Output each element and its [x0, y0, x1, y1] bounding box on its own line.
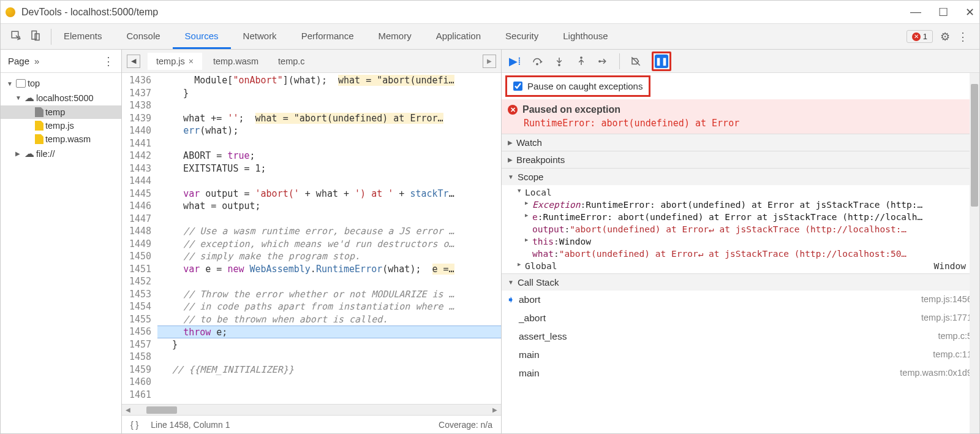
exception-banner: ✕ Paused on exception RuntimeError: abor…: [502, 99, 976, 134]
collapse-icon: ▶: [15, 150, 23, 157]
deactivate-breakpoints-icon[interactable]: [630, 55, 642, 67]
tree-top[interactable]: ▼ top: [1, 77, 121, 90]
more-menu-icon[interactable]: ⋮: [957, 30, 968, 44]
watch-header[interactable]: ▶Watch: [502, 134, 979, 151]
scope-var-this[interactable]: ▶this: Window: [508, 235, 979, 248]
tree-host[interactable]: ▼ ☁ localhost:5000: [1, 90, 121, 105]
settings-gear-icon[interactable]: ⚙: [940, 30, 950, 44]
callstack-frame[interactable]: maintemp.c:11: [502, 346, 979, 364]
tab-memory[interactable]: Memory: [366, 24, 424, 49]
navigator-tab-page[interactable]: Page: [8, 56, 29, 66]
error-count-badge[interactable]: ✕ 1: [907, 30, 933, 43]
close-tab-icon[interactable]: ×: [189, 56, 194, 66]
panel-tabs: Elements Console Sources Network Perform…: [51, 24, 620, 49]
coverage-status: Coverage: n/a: [439, 420, 492, 430]
run-snippet-icon[interactable]: ▶: [483, 55, 496, 68]
step-into-icon[interactable]: [553, 55, 565, 67]
debugger-toolbar: ▶⁞ ❚❚: [502, 50, 979, 73]
code-editor[interactable]: 1436143714381439144014411442144314441445…: [122, 73, 501, 404]
tab-performance[interactable]: Performance: [289, 24, 366, 49]
file-tab-tempjs[interactable]: temp.js ×: [148, 53, 202, 70]
horizontal-scrollbar[interactable]: ◀▶: [122, 404, 501, 415]
tab-elements[interactable]: Elements: [51, 24, 115, 49]
svg-rect-1: [32, 31, 37, 39]
scope-global[interactable]: ▶GlobalWindow: [508, 260, 979, 272]
pause-caught-input[interactable]: [513, 82, 522, 91]
resume-icon[interactable]: ▶⁞: [509, 55, 521, 67]
cloud-icon: ☁: [24, 148, 34, 159]
code-content: Module["onAbort"](what); what = "abort(u…: [157, 73, 501, 404]
watch-section: ▶Watch: [502, 134, 979, 151]
frame-icon: [16, 79, 26, 88]
scope-header[interactable]: ▼Scope: [502, 169, 979, 185]
tree-file-scheme[interactable]: ▶ ☁ file://: [1, 146, 121, 161]
step-over-icon[interactable]: [531, 55, 543, 67]
window-minimize-button[interactable]: —: [910, 6, 921, 19]
scope-section: ▼Scope ▼Local ▶Exception: RuntimeError: …: [502, 168, 979, 273]
error-icon: ✕: [912, 32, 921, 41]
toolbar-divider: [619, 53, 620, 69]
tab-application[interactable]: Application: [424, 24, 493, 49]
window-close-button[interactable]: ✕: [965, 6, 974, 19]
scope-var-output[interactable]: output: "abort(undefined) at Error↵ at j…: [508, 223, 979, 235]
window-maximize-button[interactable]: ☐: [938, 6, 948, 19]
file-tree: ▼ top ▼ ☁ localhost:5000 temp temp.js te…: [1, 73, 121, 165]
line-gutter: 1436143714381439144014411442144314441445…: [122, 73, 157, 404]
script-icon: [35, 134, 43, 144]
pretty-print-icon[interactable]: { }: [130, 420, 138, 430]
document-icon: [35, 107, 43, 117]
tree-file-tempwasm[interactable]: temp.wasm: [1, 132, 121, 146]
tab-console[interactable]: Console: [115, 24, 173, 49]
devtools-favicon: [6, 7, 15, 17]
navigator-menu-icon[interactable]: ⋮: [103, 55, 114, 68]
navigator-more-icon[interactable]: »: [34, 56, 39, 66]
editor-pane: ◀ temp.js × temp.wasm temp.c ▶ 143614371…: [122, 50, 502, 433]
editor-statusbar: { } Line 1458, Column 1 Coverage: n/a: [122, 415, 501, 433]
step-icon[interactable]: [597, 55, 609, 67]
callstack-frame[interactable]: assert_lesstemp.c:5: [502, 327, 979, 346]
tree-file-tempjs[interactable]: temp.js: [1, 119, 121, 132]
error-icon: ✕: [508, 105, 518, 115]
expand-icon: ▼: [7, 80, 14, 87]
pause-exceptions-highlight: ❚❚: [652, 51, 671, 71]
step-out-icon[interactable]: [575, 55, 587, 67]
vertical-scrollbar[interactable]: [970, 73, 979, 433]
callstack-frame[interactable]: aborttemp.js:1456: [502, 291, 979, 309]
exception-heading: Paused on exception: [522, 104, 620, 115]
file-tab-tempwasm[interactable]: temp.wasm: [205, 53, 267, 70]
script-icon: [35, 121, 43, 131]
error-count: 1: [923, 32, 927, 41]
history-nav-icon[interactable]: ◀: [127, 55, 140, 68]
scope-local[interactable]: ▼Local: [508, 186, 979, 199]
expand-icon: ▼: [15, 94, 23, 101]
breakpoints-section: ▶Breakpoints: [502, 151, 979, 168]
svg-point-5: [581, 56, 582, 58]
exception-message: RuntimeError: abort(undefined) at Error: [508, 115, 968, 129]
window-titlebar: DevTools - localhost:5000/temp — ☐ ✕: [1, 1, 979, 24]
cloud-icon: ☁: [24, 92, 34, 104]
tab-security[interactable]: Security: [493, 24, 551, 49]
pause-on-exceptions-icon[interactable]: ❚❚: [655, 55, 668, 68]
pause-on-caught-checkbox[interactable]: Pause on caught exceptions: [505, 75, 650, 97]
callstack-header[interactable]: ▼Call Stack: [502, 274, 979, 291]
tab-lighthouse[interactable]: Lighthouse: [551, 24, 620, 49]
tab-network[interactable]: Network: [231, 24, 289, 49]
svg-point-4: [559, 64, 560, 65]
scope-var-exception[interactable]: ▶Exception: RuntimeError: abort(undefine…: [508, 199, 979, 211]
svg-point-3: [537, 63, 538, 64]
callstack-frame[interactable]: maintemp.wasm:0x1d9: [502, 364, 979, 383]
scope-var-what[interactable]: what: "abort(undefined) at Error↵ at jsS…: [508, 248, 979, 260]
callstack-section: ▼Call Stack aborttemp.js:1456_aborttemp.…: [502, 273, 979, 383]
file-tab-tempc[interactable]: temp.c: [270, 53, 314, 70]
tree-file-temp[interactable]: temp: [1, 105, 121, 119]
debugger-pane: ▶⁞ ❚❚ Pause on caught exceptions ✕ Pause…: [502, 50, 979, 433]
breakpoints-header[interactable]: ▶Breakpoints: [502, 151, 979, 168]
scope-var-e[interactable]: ▶e: RuntimeError: abort(undefined) at Er…: [508, 211, 979, 223]
inspect-element-icon[interactable]: [10, 30, 21, 44]
device-toolbar-icon[interactable]: [30, 30, 41, 44]
window-title: DevTools - localhost:5000/temp: [21, 7, 910, 18]
navigator-pane: Page » ⋮ ▼ top ▼ ☁ localhost:5000 temp t…: [1, 50, 122, 433]
callstack-frame[interactable]: _aborttemp.js:1771: [502, 309, 979, 327]
tab-sources[interactable]: Sources: [173, 24, 231, 49]
svg-point-6: [599, 60, 600, 61]
